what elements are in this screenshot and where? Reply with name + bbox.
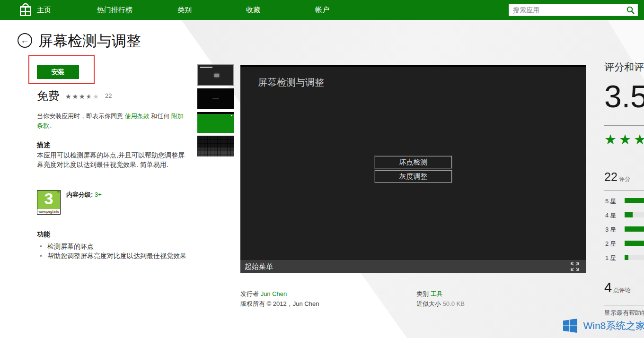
nav-item-favorites[interactable]: 收藏 (246, 6, 260, 15)
pegi-tm-mark: ™ (57, 191, 60, 194)
description-body: 本应用可以检测屏幕的坏点,并且可以帮助您调整屏幕亮度对比度以达到最佳视觉效果. … (37, 150, 185, 169)
rating-bar-row-2: 2 星 (604, 239, 644, 253)
nav-item-account[interactable]: 帐户 (315, 6, 329, 15)
search-input[interactable] (513, 5, 622, 15)
terms-text: 当你安装应用时，即表示你同意 使用条款 和任何 附加条款。 (37, 112, 188, 130)
rating-bar-row-1: 1 星 (604, 253, 644, 267)
page-title: 屏幕检测与调整 (38, 31, 141, 51)
screenshot-thumbnail-1-selected[interactable] (197, 64, 234, 86)
content-rating-label: 内容分级: (66, 191, 95, 198)
thumb1-mini-buttons (214, 74, 219, 77)
thumb3-dot (231, 115, 232, 116)
size-label: 近似大小 (416, 300, 443, 307)
ratings-count-row: 22 评分 (604, 170, 630, 184)
description-section: 描述 本应用可以检测屏幕的坏点,并且可以帮助您调整屏幕亮度对比度以达到最佳视觉效… (37, 141, 185, 169)
stars-filled: ★★★★★ (65, 93, 89, 100)
rating-bar-track (625, 241, 644, 246)
rating-bar-track (625, 226, 644, 232)
feature-item: 帮助您调整屏幕亮度对比度以达到最佳视觉效果 (37, 251, 188, 260)
screenshot-thumbnail-3[interactable] (197, 112, 234, 133)
content-rating-row: 内容分级: 3+ (66, 191, 102, 199)
divider (604, 125, 644, 126)
search-icon[interactable] (626, 6, 635, 15)
publisher-label: 发行者 (240, 290, 261, 297)
category-link[interactable]: 工具 (431, 290, 443, 297)
divider (604, 305, 644, 305)
ratings-heading: 评分和评论 (604, 61, 644, 74)
rating-bar-track (625, 212, 644, 217)
ratings-sidebar: 评分和评论 3.5 ★★★★ 22 评分 5 星 4 星 3 星 2 星 1 星… (604, 57, 644, 338)
publisher-link[interactable]: Jun Chen (261, 290, 287, 297)
preview-grayscale-button: 灰度调整 (375, 170, 452, 182)
back-button[interactable]: ← (18, 33, 32, 48)
helpful-sort-label: 显示最有帮助的评论 (604, 309, 644, 317)
feature-item: 检测屏幕的坏点 (37, 242, 188, 251)
copyright-text: 版权所有 © 2012，Jun Chen (240, 299, 319, 309)
ratings-count-value: 22 (604, 170, 618, 183)
thumb3-top-strip (197, 112, 234, 114)
screenshot-thumbnail-2[interactable] (197, 88, 234, 109)
preview-bottom-label: 起始菜单 (245, 262, 273, 271)
fullscreen-expand-icon[interactable] (571, 262, 579, 271)
nav-item-topcharts[interactable]: 热门排行榜 (97, 6, 132, 15)
category-label: 类别 (416, 290, 431, 297)
windows-logo-icon (563, 319, 577, 333)
rating-bar-row-5: 5 星 (604, 196, 644, 210)
install-button[interactable]: 安装 (37, 65, 79, 79)
category-block: 类别 工具 近似大小 50.0 KB (416, 289, 465, 309)
thumb2-dash (212, 98, 219, 99)
average-stars: ★★★★ (604, 131, 644, 147)
rating-bar-track (625, 198, 644, 203)
rating-bar-fill (625, 212, 633, 217)
thumb1-mini-title (200, 67, 212, 68)
rating-bar-fill (625, 226, 644, 232)
terms-pre: 当你安装应用时，即表示你同意 (37, 113, 125, 120)
screenshot-preview[interactable]: 屏幕检测与调整 坏点检测 灰度调整 起始菜单 (240, 65, 586, 273)
rating-bar-fill (625, 241, 644, 246)
divider (604, 190, 644, 191)
store-bag-icon[interactable] (18, 2, 33, 17)
top-nav-bar: 主页 热门排行榜 类别 收藏 帐户 (0, 0, 644, 20)
features-heading: 功能 (37, 230, 188, 239)
search-box[interactable] (509, 4, 638, 16)
win8-watermark: Win8系统之家 (563, 319, 644, 333)
rating-bar-label: 1 星 (605, 254, 617, 262)
rating-bar-track (625, 255, 644, 260)
reviews-count-row: 4 总评论 (604, 280, 630, 295)
preview-deadpixel-button: 坏点检测 (375, 156, 452, 168)
nav-item-categories[interactable]: 类别 (177, 6, 192, 15)
content-rating-value: 3+ (95, 191, 102, 198)
description-heading: 描述 (37, 141, 185, 149)
screenshot-thumbnail-4[interactable] (197, 136, 234, 156)
reviews-count-value: 4 (604, 280, 612, 295)
nav-item-home[interactable]: 主页 (37, 6, 51, 15)
ratings-count-label: 评分 (618, 176, 630, 182)
rating-count: 22 (105, 92, 112, 99)
preview-bottom-bar: 起始菜单 (240, 260, 586, 273)
features-section: 功能 检测屏幕的坏点 帮助您调整屏幕亮度对比度以达到最佳视觉效果 (37, 230, 188, 260)
price-label: 免费 (37, 88, 60, 104)
app-star-rating: ★★★★★ ★★★★★ (65, 93, 100, 100)
rating-bar-label: 2 星 (605, 240, 617, 248)
average-score: 3.5 (604, 78, 644, 114)
watermark-text: Win8系统之家 (583, 319, 644, 332)
rating-bar-fill (625, 198, 644, 203)
rating-bar-label: 5 星 (605, 197, 617, 206)
terms-of-use-link[interactable]: 使用条款 (125, 113, 150, 120)
rating-bar-row-3: 3 星 (604, 225, 644, 239)
pegi-url: www.pegi.info (37, 209, 60, 214)
terms-mid: 和任何 (150, 113, 171, 120)
terms-post: 。 (49, 122, 55, 129)
rating-bar-label: 4 星 (605, 211, 617, 220)
reviews-count-label: 总评论 (612, 287, 630, 294)
rating-bar-label: 3 星 (605, 225, 617, 234)
pegi-3-badge: 3 ™ www.pegi.info (37, 190, 61, 215)
rating-bar-fill (625, 255, 628, 260)
rating-bar-row-4: 4 星 (604, 210, 644, 225)
preview-app-title: 屏幕检测与调整 (258, 76, 324, 89)
size-value: 50.0 KB (443, 300, 465, 307)
publisher-block: 发行者 Jun Chen 版权所有 © 2012，Jun Chen (240, 289, 319, 309)
